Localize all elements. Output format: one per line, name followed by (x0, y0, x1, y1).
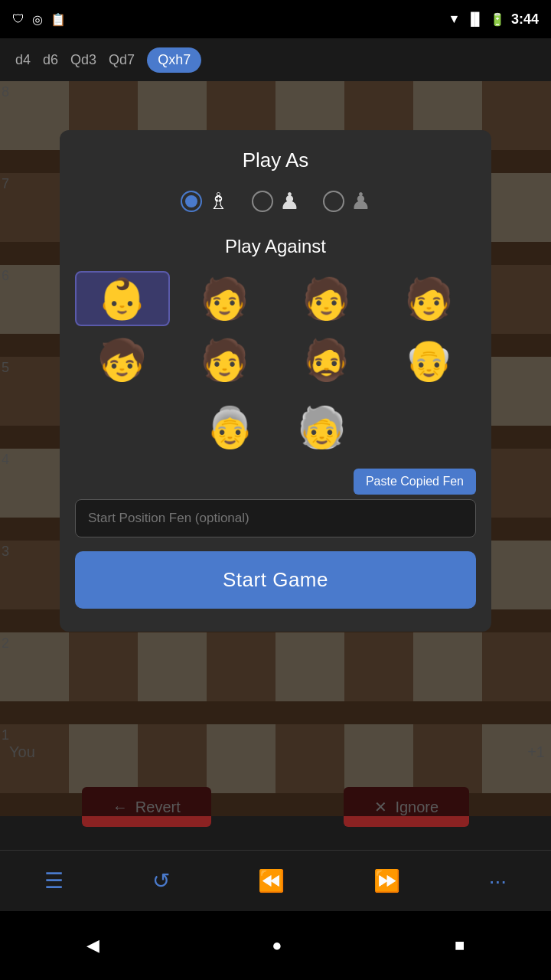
signal-icon: ▐▌ (466, 12, 484, 26)
move-d6[interactable]: d6 (43, 52, 58, 68)
radio-random[interactable] (323, 191, 344, 212)
more-icon[interactable]: ··· (474, 861, 522, 901)
shield-icon: 🛡 (12, 12, 24, 26)
emoji-grid: 👶 🧑 🧑 🧑 🧒 🧑 🧔 👴 (75, 271, 476, 386)
rewind-icon[interactable]: ⏪ (243, 861, 300, 901)
settings-icon: ◎ (32, 12, 43, 27)
opponent-4[interactable]: 🧒 (75, 334, 170, 386)
move-qxh7[interactable]: Qxh7 (147, 47, 201, 73)
play-as-black-pawn[interactable]: ♟ (252, 188, 300, 214)
opponent-2[interactable]: 🧑 (279, 271, 374, 326)
move-d4[interactable]: d4 (15, 52, 31, 68)
status-right: ▼ ▐▌ 🔋 3:44 (448, 11, 539, 28)
system-nav: ◀ ● ■ (0, 911, 551, 980)
opponent-1[interactable]: 🧑 (178, 271, 272, 326)
opponent-elder[interactable]: 🧓 (279, 401, 364, 453)
status-icons-left: 🛡 ◎ 📋 (12, 12, 66, 27)
opponent-beard[interactable]: 🧔 (279, 334, 374, 386)
emoji-row-last: 👵 🧓 (75, 401, 476, 453)
play-as-random[interactable]: ♟ (323, 188, 371, 214)
opponent-baby[interactable]: 👶 (75, 271, 170, 326)
opponent-oldwoman[interactable]: 👵 (187, 401, 272, 453)
refresh-icon[interactable]: ↺ (137, 861, 185, 901)
black-pawn-icon: ♟ (279, 188, 300, 214)
dialog-title: Play As (75, 149, 476, 172)
paste-fen-wrapper: Paste Copied Fen (75, 469, 476, 495)
play-dialog: Play As ♗ ♟ ♟ Play Against 👶 🧑 🧑 🧑 🧒 🧑 🧔 (60, 130, 491, 632)
move-qd7[interactable]: Qd7 (109, 52, 135, 68)
opponent-3[interactable]: 🧑 (382, 271, 477, 326)
bottom-nav: ☰ ↺ ⏪ ⏩ ··· (0, 850, 551, 911)
menu-icon[interactable]: ☰ (29, 861, 79, 901)
home-button[interactable]: ● (249, 928, 305, 963)
clipboard-icon: 📋 (51, 12, 66, 27)
status-bar: 🛡 ◎ 📋 ▼ ▐▌ 🔋 3:44 (0, 0, 551, 38)
fastforward-icon[interactable]: ⏩ (358, 861, 416, 901)
random-piece-icon: ♟ (350, 188, 371, 214)
opponent-oldman[interactable]: 👴 (382, 334, 477, 386)
start-game-button[interactable]: Start Game (75, 551, 476, 609)
status-time: 3:44 (511, 11, 539, 28)
recents-button[interactable]: ■ (432, 928, 487, 963)
play-as-white[interactable]: ♗ (181, 188, 229, 214)
paste-fen-button[interactable]: Paste Copied Fen (354, 469, 476, 495)
move-qd3[interactable]: Qd3 (70, 52, 96, 68)
radio-black-pawn[interactable] (252, 191, 273, 212)
radio-white[interactable] (181, 191, 202, 212)
white-piece-icon: ♗ (208, 188, 229, 214)
play-against-title: Play Against (75, 236, 476, 257)
move-bar: d4 d6 Qd3 Qd7 Qxh7 (0, 38, 551, 81)
battery-icon: 🔋 (490, 12, 505, 27)
back-button[interactable]: ◀ (64, 928, 122, 963)
wifi-icon: ▼ (448, 12, 460, 26)
fen-input[interactable] (75, 499, 476, 537)
radio-white-inner (185, 195, 197, 207)
play-as-options: ♗ ♟ ♟ (75, 188, 476, 214)
opponent-5[interactable]: 🧑 (178, 334, 272, 386)
